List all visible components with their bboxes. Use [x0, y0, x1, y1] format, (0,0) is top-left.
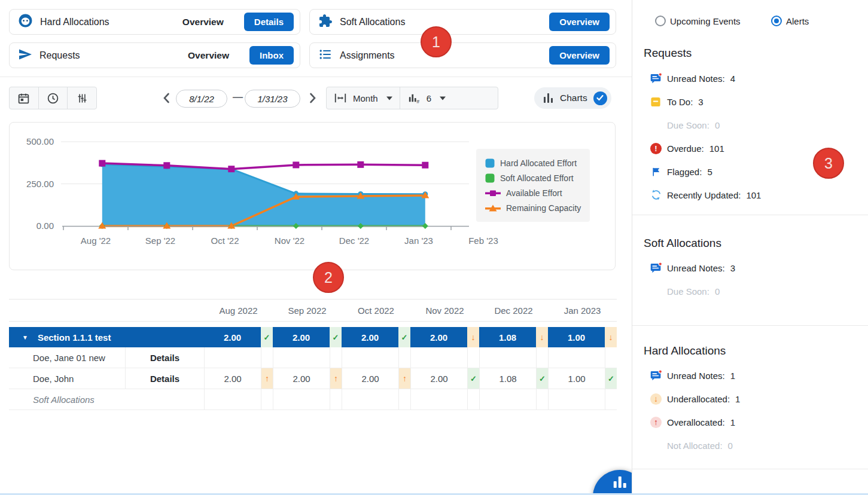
legend-item-available-effort: Available Effort [485, 186, 581, 200]
allocation-cell [479, 389, 536, 410]
alert-label: Overallocated: [667, 417, 725, 427]
section-row[interactable]: ▼Section 1.1.1 test2.00✓2.00✓2.00✓2.00↓1… [9, 327, 617, 347]
unread-notes-icon [650, 262, 662, 274]
allocation-indicator-icon: ↑ [398, 368, 410, 389]
alert-item-unread-notes[interactable]: Unread Notes:3 [650, 260, 735, 276]
alert-item-unread-notes[interactable]: Unread Notes:4 [650, 71, 735, 86]
sidebar-section-title-requests: Requests [644, 47, 692, 60]
prev-period-chevron[interactable] [159, 90, 173, 106]
overdue-icon: ! [650, 143, 662, 154]
sidebar-divider [632, 215, 868, 215]
alert-item-to-do[interactable]: To Do:3 [650, 94, 703, 109]
header-divider [0, 77, 632, 77]
recently-updated-icon [650, 189, 662, 201]
unread-notes-icon [650, 369, 662, 382]
alert-item-underallocated[interactable]: ↓Underallocated:1 [650, 391, 740, 407]
card-requests: Requests Overview Inbox [9, 42, 300, 68]
alert-item-overdue[interactable]: !Overdue:101 [650, 140, 724, 156]
soft-allocations-overview-button[interactable]: Overview [549, 13, 610, 31]
radio-unselected-icon [655, 16, 666, 26]
allocation-indicator-icon: ↓ [605, 327, 617, 347]
allocation-cell [548, 389, 605, 410]
sidebar-section-title-hard-allocations: Hard Allocations [644, 344, 726, 358]
column-width-icon [334, 93, 347, 103]
radio-alerts[interactable]: Alerts [771, 16, 809, 26]
alert-count: 0 [715, 120, 720, 130]
alert-label: Overdue: [667, 143, 704, 154]
filter-settings-icon[interactable] [68, 87, 96, 109]
allocation-cell: 1.08 [479, 368, 536, 389]
soft-allocations-puzzle-icon [318, 14, 333, 30]
table-row-doe-john: Doe, JohnDetails2.00↑2.00↑2.00↑2.00✓1.08… [9, 368, 617, 389]
allocation-indicator-icon [261, 389, 273, 410]
collapse-caret-icon[interactable]: ▼ [22, 334, 28, 341]
next-period-chevron[interactable] [306, 90, 320, 106]
clock-icon[interactable] [39, 87, 68, 109]
row-name: Doe, John [9, 368, 125, 389]
allocation-indicator-icon [330, 389, 342, 410]
details-button[interactable]: Details [125, 347, 204, 368]
alert-count: 1 [735, 394, 740, 404]
unread-notes-icon [650, 72, 662, 85]
allocation-table: Aug 2022Sep 2022Oct 2022Nov 2022Dec 2022… [9, 299, 617, 410]
allocation-cell [410, 389, 467, 410]
legend-item-remaining-capacity: Remaining Capacity [485, 201, 581, 215]
requests-inbox-button[interactable]: Inbox [249, 46, 294, 65]
interval-dropdown[interactable]: Month [327, 87, 400, 109]
svg-text:250.00: 250.00 [26, 179, 54, 189]
requests-overview-button[interactable]: Overview [188, 50, 229, 61]
card-title: Assignments [340, 50, 395, 61]
svg-text:Dec '22: Dec '22 [339, 236, 369, 246]
alert-count: 101 [709, 143, 724, 154]
allocation-indicator-icon: ✓ [605, 368, 617, 389]
section-label: Section 1.1.1 test [38, 332, 111, 343]
alert-count: 4 [730, 74, 735, 84]
charts-toggle[interactable]: Charts [534, 87, 611, 109]
hard-allocations-icon [18, 13, 33, 30]
alert-item-overallocated[interactable]: ↑Overallocated:1 [650, 414, 735, 430]
chart-count-dropdown[interactable]: # 6 [400, 87, 453, 109]
allocation-cell [273, 389, 330, 410]
sidebar-divider [632, 325, 868, 326]
svg-text:Nov '22: Nov '22 [275, 236, 304, 246]
allocation-indicator-icon [536, 347, 548, 368]
legend-label: Soft Allocated Effort [500, 173, 574, 183]
month-column-header: Aug 2022 [204, 305, 273, 316]
svg-text:Oct '22: Oct '22 [211, 236, 239, 246]
allocation-cell [342, 347, 398, 368]
alert-item-unread-notes[interactable]: Unread Notes:1 [650, 368, 735, 383]
allocation-cell [273, 347, 330, 368]
svg-text:#: # [416, 99, 419, 104]
hard-allocations-overview-button[interactable]: Overview [182, 17, 224, 28]
allocation-indicator-icon [536, 389, 548, 410]
radio-selected-icon [771, 16, 782, 26]
end-date-input[interactable] [245, 90, 300, 108]
assignments-overview-button[interactable]: Overview [549, 46, 610, 65]
calendar-icon[interactable] [10, 87, 39, 109]
allocation-indicator-icon [330, 347, 342, 368]
allocation-cell [204, 389, 261, 410]
section-allocation-cell: 2.00 [204, 327, 261, 347]
alert-item-flagged[interactable]: Flagged:5 [650, 164, 712, 179]
allocation-indicator-icon [467, 389, 479, 410]
allocation-indicator-icon: ✓ [330, 327, 342, 347]
month-column-header: Sep 2022 [273, 305, 342, 316]
radio-upcoming-events[interactable]: Upcoming Events [655, 16, 741, 26]
row-name: Doe, Jane 01 new [9, 347, 125, 368]
interval-toolbar: Month # 6 [326, 87, 498, 109]
alert-item-recently-updated[interactable]: Recently Updated:101 [650, 187, 761, 203]
flag-icon [651, 166, 662, 178]
alert-count: 1 [730, 417, 735, 427]
todo-icon [650, 96, 662, 108]
allocation-cell [204, 347, 261, 368]
details-button[interactable]: Details [125, 368, 204, 389]
start-date-input[interactable] [176, 90, 227, 108]
table-row-doe-jane-01-new: Doe, Jane 01 newDetails [9, 347, 617, 368]
overallocated-icon: ↑ [650, 417, 662, 428]
card-soft-allocations: Soft Allocations Overview [309, 9, 616, 35]
legend-item-soft-allocated-effort: Soft Allocated Effort [485, 171, 581, 185]
hard-allocations-details-button[interactable]: Details [244, 13, 294, 31]
allocation-cell [479, 347, 536, 368]
alert-item-due-soon: Due Soon:0 [650, 283, 720, 299]
alert-label: To Do: [667, 97, 693, 107]
